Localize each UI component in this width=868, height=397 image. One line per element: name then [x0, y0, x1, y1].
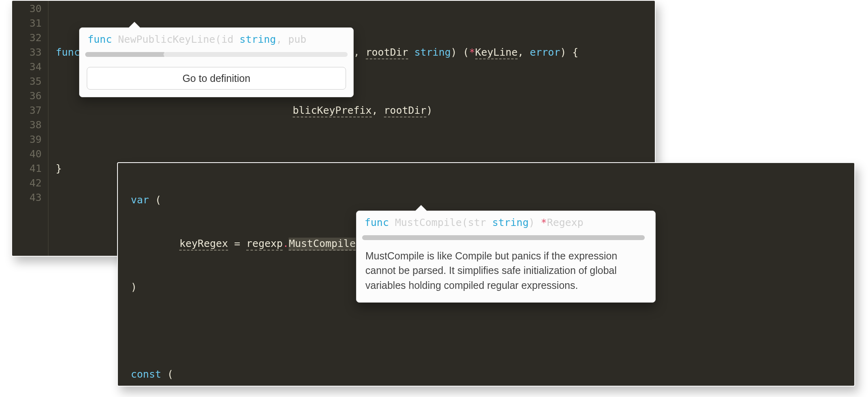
keyword-func: func	[56, 46, 80, 58]
line-number: 39	[12, 132, 42, 147]
tooltip-scrollbar[interactable]	[85, 49, 348, 60]
scrollbar-track	[164, 52, 348, 57]
keyword-const: const	[131, 368, 161, 380]
hover-tooltip[interactable]: func MustCompile(str string) *Regexp Mus…	[356, 211, 656, 303]
code-line[interactable]: const (	[131, 367, 854, 382]
code-editor-pane-2: var ( keyRegex = regexp.MustCompile(`\A[…	[117, 162, 855, 387]
paren-close: )	[131, 281, 137, 293]
line-number: 30	[12, 2, 42, 16]
signature-dim: NewPublicKeyLine(id	[118, 33, 233, 45]
tooltip-signature: func NewPublicKeyLine(id string, pub	[80, 28, 353, 49]
symbol-PublicKeyPrefix: blicKeyPrefix	[293, 104, 372, 117]
keyword-func: func	[88, 33, 112, 45]
divider-bar	[362, 235, 645, 240]
paren-open: (	[155, 194, 161, 206]
comma: ,	[372, 104, 378, 116]
line-number: 32	[12, 31, 42, 45]
keyword-var: var	[131, 194, 149, 206]
go-to-definition-button[interactable]: Go to definition	[87, 67, 346, 90]
symbol-MustCompile[interactable]: MustCompile	[289, 238, 356, 251]
comma: ,	[518, 46, 524, 58]
type-error: error	[530, 46, 560, 58]
tooltip-arrow-icon	[415, 205, 428, 212]
line-number: 37	[12, 103, 42, 118]
type-string: string	[492, 217, 528, 228]
line-number: 34	[12, 60, 42, 74]
tooltip-documentation: MustCompile is like Compile but panics i…	[356, 243, 655, 302]
brace-close: }	[56, 163, 62, 174]
tooltip-signature: func MustCompile(str string) *Regexp	[356, 211, 655, 232]
code-line[interactable]: blicKeyPrefix, rootDir)	[56, 103, 655, 118]
symbol-keyRegex: keyRegex	[179, 238, 228, 251]
line-number: 43	[12, 190, 42, 205]
type-string: string	[414, 46, 451, 58]
paren-open: (	[167, 368, 173, 380]
line-number: 40	[12, 147, 42, 161]
type-KeyLine: KeyLine	[475, 46, 518, 59]
star-icon: *	[469, 46, 475, 58]
line-number: 38	[12, 118, 42, 132]
line-number-gutter: 30 31 32 33 34 35 36 37 38 39 40 41 42 4…	[12, 1, 48, 256]
type-string: string	[239, 33, 276, 45]
punct: ) {	[560, 46, 578, 58]
code-line[interactable]	[131, 324, 854, 338]
param-rootDir: rootDir	[366, 46, 408, 59]
star-icon: *	[541, 217, 547, 228]
tooltip-arrow-icon	[128, 22, 141, 29]
line-number: 35	[12, 74, 42, 89]
line-number: 42	[12, 176, 42, 190]
line-number: 36	[12, 89, 42, 103]
tooltip-actions: Go to definition	[80, 60, 353, 97]
signature-dim: Regexp	[547, 217, 583, 228]
line-number: 41	[12, 161, 42, 176]
line-number: 33	[12, 45, 42, 60]
comma: ,	[354, 46, 360, 58]
signature-dim: MustCompile(str	[395, 217, 486, 228]
tooltip-divider	[362, 232, 650, 243]
signature-dim: )	[528, 217, 535, 228]
keyword-func: func	[365, 217, 389, 228]
equals: =	[234, 238, 240, 249]
symbol-regexp: regexp	[246, 238, 283, 251]
paren-close: )	[426, 104, 432, 116]
symbol-rootDir: rootDir	[384, 104, 426, 117]
code-line[interactable]: var (	[131, 193, 854, 207]
scrollbar-thumb[interactable]	[85, 52, 166, 57]
line-number: 31	[12, 16, 42, 31]
hover-tooltip[interactable]: func NewPublicKeyLine(id string, pub Go …	[79, 27, 354, 97]
dot: .	[283, 238, 289, 249]
signature-dim: , pub	[276, 33, 306, 45]
punct: ) (	[451, 46, 469, 58]
